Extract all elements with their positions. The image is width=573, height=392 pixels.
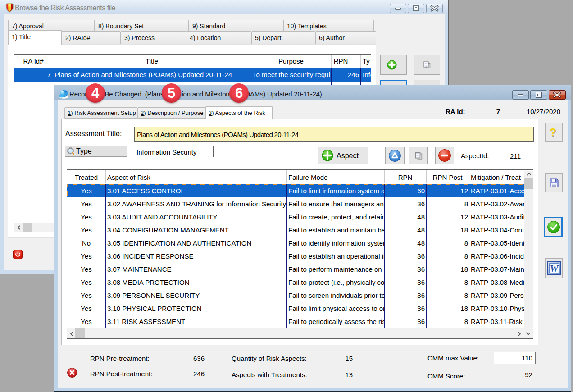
svg-text:W: W [550,263,559,274]
